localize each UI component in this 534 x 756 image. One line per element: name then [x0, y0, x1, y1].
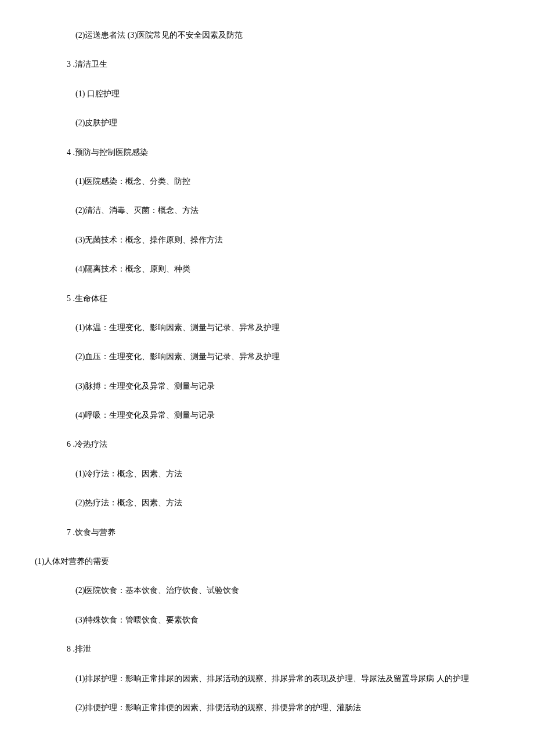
text-line: (2)血压：生理变化、影响因素、测量与记录、异常及护理 — [35, 350, 499, 363]
text-line: (3)无菌技术：概念、操作原则、操作方法 — [35, 234, 499, 247]
text-line: (1) 口腔护理 — [35, 88, 499, 100]
text-line: (1)人体对营养的需要 — [35, 555, 499, 568]
text-line: (1)排尿护理：影响正常排尿的因素、排尿活动的观察、排尿异常的表现及护理、导尿法… — [35, 672, 499, 685]
text-line: 4 .预防与控制医院感染 — [35, 146, 499, 159]
text-line: (3)脉搏：生理变化及异常、测量与记录 — [35, 380, 499, 393]
text-line: (1)体温：生理变化、影响因素、测量与记录、异常及护理 — [35, 321, 499, 334]
text-line: (2)皮肤护理 — [35, 117, 499, 129]
text-line: (1)医院感染：概念、分类、防控 — [35, 175, 499, 188]
text-line: (2)清洁、消毒、灭菌：概念、方法 — [35, 204, 499, 217]
text-line: (4)隔离技术：概念、原则、种类 — [35, 263, 499, 276]
text-line: 8 .排泄 — [35, 643, 499, 656]
text-line: (2)运送患者法 (3)医院常见的不安全因素及防范 — [35, 29, 499, 42]
text-line: (2)医院饮食：基本饮食、治疗饮食、试验饮食 — [35, 584, 499, 597]
document-content: (2)运送患者法 (3)医院常见的不安全因素及防范3 .清洁卫生(1) 口腔护理… — [35, 29, 499, 714]
document-page: (2)运送患者法 (3)医院常见的不安全因素及防范3 .清洁卫生(1) 口腔护理… — [0, 0, 534, 756]
text-line: 3 .清洁卫生 — [35, 58, 499, 71]
text-line: 5 .生命体征 — [35, 292, 499, 305]
text-line: (4)呼吸：生理变化及异常、测量与记录 — [35, 409, 499, 422]
text-line: (2)排便护理：影响正常排便的因素、排便活动的观察、排便异常的护理、灌肠法 — [35, 701, 499, 714]
text-line: 7 .饮食与营养 — [35, 526, 499, 539]
text-line: (3)特殊饮食：管喂饮食、要素饮食 — [35, 614, 499, 627]
text-line: (1)冷疗法：概念、因素、方法 — [35, 468, 499, 480]
text-line: 6 .冷热疗法 — [35, 438, 499, 451]
text-line: (2)热疗法：概念、因素、方法 — [35, 497, 499, 509]
